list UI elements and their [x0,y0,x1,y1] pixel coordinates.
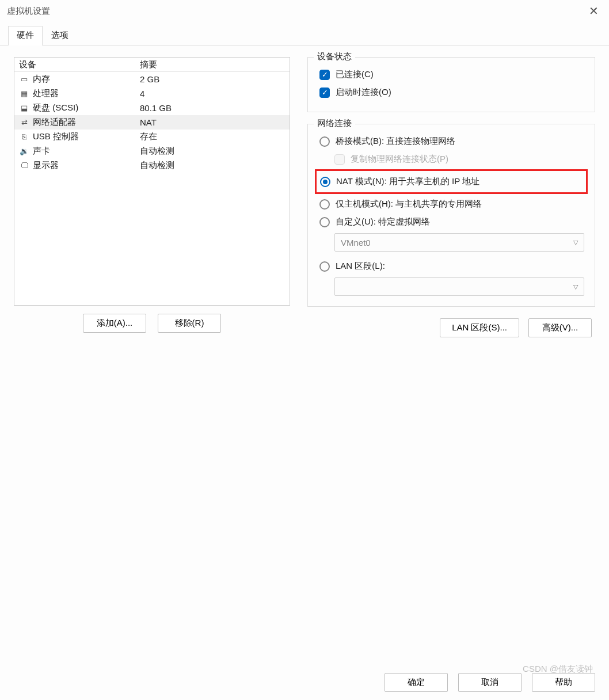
cpu-icon: ▦ [19,90,29,98]
table-row[interactable]: ▭内存2 GB [14,72,290,86]
checkbox-replicate [334,154,345,165]
device-summary: NAT [140,117,285,127]
tab-strip: 硬件 选项 [0,22,609,45]
radio-nat-label: NAT 模式(N): 用于共享主机的 IP 地址 [336,176,479,187]
usb-icon: ⎘ [19,133,29,141]
table-row[interactable]: ▦处理器4 [14,86,290,101]
device-summary: 4 [140,89,285,98]
device-status-group: 设备状态 ✓ 已连接(C) ✓ 启动时连接(O) [307,57,595,112]
device-name: 内存 [33,74,50,85]
table-row[interactable]: ⬓硬盘 (SCSI)80.1 GB [14,101,290,115]
connected-row[interactable]: ✓ 已连接(C) [318,66,584,83]
network-icon: ⇄ [19,119,29,127]
device-name: 网络适配器 [33,117,76,128]
radio-bridged-row[interactable]: 桥接模式(B): 直接连接物理网络 [318,132,584,150]
table-row[interactable]: ⇄网络适配器NAT [14,115,290,130]
memory-icon: ▭ [19,75,29,83]
device-table-header: 设备 摘要 [14,58,290,72]
replicate-row: 复制物理网络连接状态(P) [318,150,584,168]
display-icon: 🖵 [19,162,29,170]
device-status-legend: 设备状态 [314,51,355,62]
custom-network-value: VMnet0 [341,238,371,248]
window-title: 虚拟机设置 [7,6,50,17]
col-device-header: 设备 [19,59,140,70]
table-row[interactable]: 🔉声卡自动检测 [14,144,290,158]
ok-button[interactable]: 确定 [385,673,448,692]
radio-lan-label: LAN 区段(L): [336,261,385,272]
table-row[interactable]: ⎘USB 控制器存在 [14,130,290,144]
left-buttons: 添加(A)... 移除(R) [14,306,290,337]
checkbox-connected[interactable]: ✓ [319,70,330,80]
connect-on-start-label: 启动时连接(O) [336,87,391,98]
right-panel: 设备状态 ✓ 已连接(C) ✓ 启动时连接(O) 网络连接 桥接模式(B): 直… [307,57,595,337]
device-table: 设备 摘要 ▭内存2 GB▦处理器4⬓硬盘 (SCSI)80.1 GB⇄网络适配… [14,57,290,306]
device-name: USB 控制器 [33,131,79,142]
replicate-label: 复制物理网络连接状态(P) [351,154,448,165]
chevron-down-icon: ▽ [573,239,578,246]
nat-highlight: NAT 模式(N): 用于共享主机的 IP 地址 [315,169,588,194]
sound-icon: 🔉 [19,147,29,155]
device-name: 显示器 [33,160,59,171]
lan-segments-button[interactable]: LAN 区段(S)... [440,318,519,337]
connect-on-start-row[interactable]: ✓ 启动时连接(O) [318,83,584,101]
right-buttons: LAN 区段(S)... 高级(V)... [307,318,595,337]
remove-button[interactable]: 移除(R) [158,314,221,333]
connected-label: 已连接(C) [336,69,374,80]
network-connection-group: 网络连接 桥接模式(B): 直接连接物理网络 复制物理网络连接状态(P) NAT… [307,124,595,307]
radio-hostonly[interactable] [319,199,330,210]
radio-custom-row[interactable]: 自定义(U): 特定虚拟网络 [318,213,584,231]
table-row[interactable]: 🖵显示器自动检测 [14,158,290,173]
device-name: 声卡 [33,146,50,157]
content: 设备 摘要 ▭内存2 GB▦处理器4⬓硬盘 (SCSI)80.1 GB⇄网络适配… [0,45,609,344]
advanced-button[interactable]: 高级(V)... [528,318,592,337]
radio-nat-row[interactable]: NAT 模式(N): 用于共享主机的 IP 地址 [319,173,584,191]
device-name: 硬盘 (SCSI) [33,102,78,113]
disk-icon: ⬓ [19,104,29,112]
device-summary: 80.1 GB [140,103,285,113]
titlebar: 虚拟机设置 ✕ [0,0,609,22]
radio-lan-row[interactable]: LAN 区段(L): [318,257,584,275]
radio-custom[interactable] [319,217,330,227]
help-button[interactable]: 帮助 [532,673,595,692]
tab-options[interactable]: 选项 [43,26,77,45]
device-summary: 自动检测 [140,146,285,157]
lan-segment-select: ▽ [334,277,584,296]
device-name: 处理器 [33,88,59,99]
device-summary: 自动检测 [140,160,285,171]
device-summary: 2 GB [140,74,285,84]
close-icon[interactable]: ✕ [585,5,602,17]
col-summary-header: 摘要 [140,59,285,70]
device-summary: 存在 [140,131,285,142]
chevron-down-icon: ▽ [573,283,578,291]
network-legend: 网络连接 [314,118,355,129]
radio-hostonly-label: 仅主机模式(H): 与主机共享的专用网络 [336,199,482,210]
radio-lan[interactable] [319,261,330,272]
cancel-button[interactable]: 取消 [458,673,522,692]
radio-nat[interactable] [320,177,330,187]
add-button[interactable]: 添加(A)... [83,314,146,333]
radio-custom-label: 自定义(U): 特定虚拟网络 [336,216,430,227]
radio-bridged-label: 桥接模式(B): 直接连接物理网络 [336,136,455,147]
custom-network-select: VMnet0 ▽ [334,233,584,252]
radio-bridged[interactable] [319,136,330,147]
left-panel: 设备 摘要 ▭内存2 GB▦处理器4⬓硬盘 (SCSI)80.1 GB⇄网络适配… [14,57,290,337]
footer-buttons: 确定 取消 帮助 [385,673,595,692]
tab-hardware[interactable]: 硬件 [8,26,43,45]
checkbox-connect-on-start[interactable]: ✓ [319,88,330,98]
radio-hostonly-row[interactable]: 仅主机模式(H): 与主机共享的专用网络 [318,195,584,213]
